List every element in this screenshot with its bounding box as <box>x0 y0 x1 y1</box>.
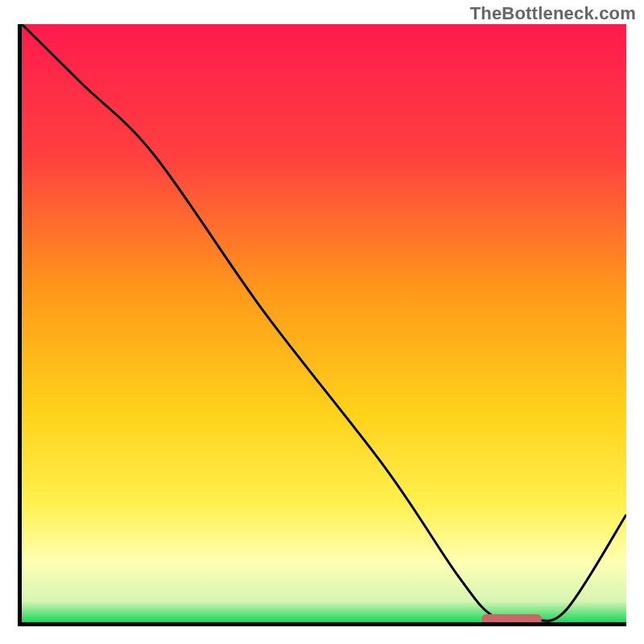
chart-stage: TheBottleneck.com <box>0 0 644 644</box>
chart-plot-area <box>22 24 626 622</box>
highlight-marker <box>481 614 542 622</box>
chart-background <box>22 24 626 622</box>
chart-svg <box>22 24 626 622</box>
watermark-text: TheBottleneck.com <box>470 3 636 24</box>
